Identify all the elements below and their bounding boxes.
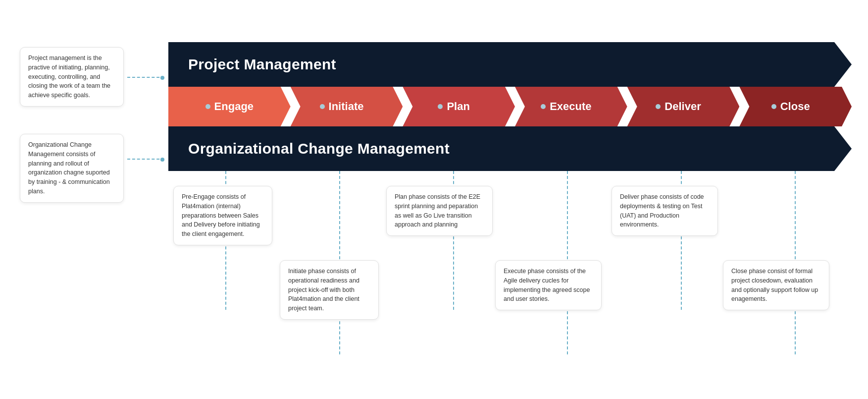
phase-engage: Engage <box>168 87 291 126</box>
phases-band: Engage Initiate Plan Execute Deliver <box>168 87 852 126</box>
engage-desc-text: Pre-Engage consists of Plat4mation (inte… <box>182 193 260 237</box>
full-layout: Project management is the practive of in… <box>0 0 868 399</box>
pm-tooltip-card: Project management is the practive of in… <box>20 47 124 107</box>
connector-line-2 <box>127 159 164 160</box>
deliver-desc-card: Deliver phase consists of code deploymen… <box>612 186 718 236</box>
plan-dot <box>438 104 443 109</box>
plan-label: Plan <box>447 100 469 113</box>
deliver-desc-text: Deliver phase consists of code deploymen… <box>620 193 704 228</box>
pm-band: Project Management <box>168 42 852 87</box>
close-label: Close <box>780 100 810 113</box>
descriptions-container: Pre-Engage consists of Plat4mation (inte… <box>168 171 852 354</box>
plan-desc-text: Plan phase consists of the E2E sprint pl… <box>395 193 480 228</box>
engage-dot <box>205 104 210 109</box>
close-dot <box>771 104 776 109</box>
connector-line-1 <box>127 77 164 78</box>
initiate-dot <box>320 104 325 109</box>
ocm-tooltip-text: Organizational Change Management consist… <box>28 141 110 195</box>
phase-close: Close <box>729 87 852 126</box>
initiate-desc-card: Initiate phase consists of operational r… <box>280 260 379 320</box>
phase-plan: Plan <box>393 87 515 126</box>
execute-desc-text: Execute phase consists of the Agile deli… <box>504 268 590 302</box>
ocm-band: Organizational Change Management <box>168 126 852 171</box>
pm-band-title: Project Management <box>188 56 336 73</box>
execute-dot <box>541 104 546 109</box>
initiate-desc-text: Initiate phase consists of operational r… <box>288 268 359 312</box>
pm-tooltip-text: Project management is the practive of in… <box>28 55 110 99</box>
execute-desc-card: Execute phase consists of the Agile deli… <box>495 260 602 310</box>
deliver-dot <box>656 104 661 109</box>
execute-label: Execute <box>550 100 591 113</box>
deliver-label: Deliver <box>664 100 701 113</box>
plan-desc-card: Plan phase consists of the E2E sprint pl… <box>386 186 493 236</box>
ocm-tooltip-card: Organizational Change Management consist… <box>20 134 124 203</box>
initiate-label: Initiate <box>329 100 364 113</box>
close-desc-card: Close phase consist of formal project cl… <box>723 260 829 310</box>
engage-desc-card: Pre-Engage consists of Plat4mation (inte… <box>173 186 272 245</box>
ocm-band-title: Organizational Change Management <box>188 140 450 157</box>
phase-initiate: Initiate <box>281 87 403 126</box>
close-desc-text: Close phase consist of formal project cl… <box>731 268 818 302</box>
phase-execute: Execute <box>505 87 627 126</box>
phase-deliver: Deliver <box>617 87 740 126</box>
diagram-area: Project Management Engage Initiate Plan <box>168 42 852 354</box>
engage-label: Engage <box>214 100 254 113</box>
